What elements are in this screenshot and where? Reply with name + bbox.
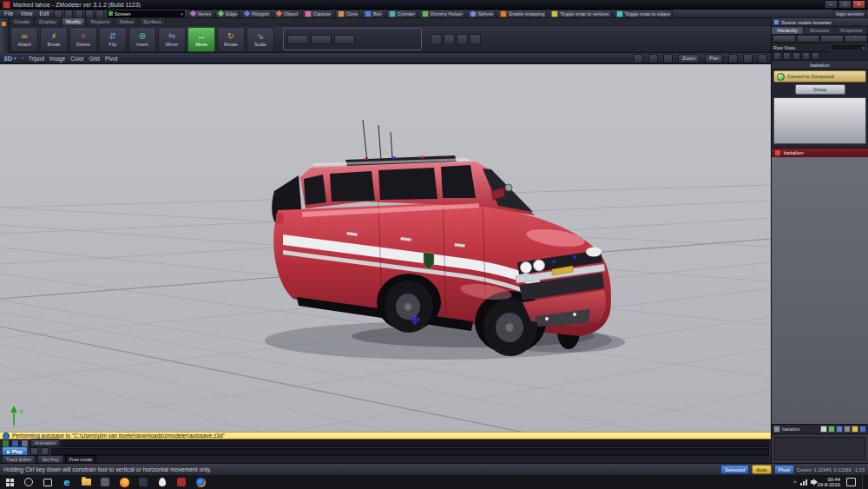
break-tool-button[interactable]: ⚡ Break xyxy=(40,27,68,52)
tab-regions[interactable]: Regions xyxy=(86,17,114,25)
layer-toggle-icon[interactable] xyxy=(836,426,843,433)
primitive-sphere-button[interactable]: Sphere xyxy=(467,10,496,18)
maximize-button[interactable]: □ xyxy=(838,0,852,9)
taskbar-app-dark[interactable] xyxy=(134,475,153,489)
filter-button[interactable] xyxy=(797,35,820,43)
layer-toggle-icon[interactable] xyxy=(844,426,851,433)
maximize-view-icon[interactable] xyxy=(743,54,753,63)
raw-state-dropdown[interactable]: ▾ xyxy=(830,43,866,51)
auto-mode-button[interactable]: Auto xyxy=(752,465,771,474)
rotate-tool-button[interactable]: ↻ Rotate xyxy=(217,27,245,52)
normals-icon[interactable] xyxy=(470,34,481,45)
login-session-button[interactable]: login session xyxy=(833,10,866,18)
network-icon[interactable] xyxy=(800,479,807,486)
tab-surface[interactable]: Surface xyxy=(139,17,166,25)
texture-browser[interactable] xyxy=(772,433,868,463)
expand-all-icon[interactable] xyxy=(792,52,800,60)
tab-display[interactable]: Display xyxy=(35,17,61,25)
taskbar-app-red[interactable] xyxy=(172,475,191,489)
primitive-dummy-helper-button[interactable]: Dummy Helper xyxy=(419,10,465,18)
camera-icon[interactable] xyxy=(728,54,738,63)
animation-tab[interactable]: Animation xyxy=(30,439,60,447)
action-center-icon[interactable] xyxy=(846,478,856,486)
primitive-box-button[interactable]: Box xyxy=(362,10,384,18)
minimize-button[interactable]: – xyxy=(825,0,838,9)
hierarchy-node-battalion[interactable]: battalion xyxy=(772,149,868,157)
volume-icon[interactable] xyxy=(811,480,814,484)
pan-button[interactable]: Pan xyxy=(705,54,723,63)
weld-icon[interactable] xyxy=(444,34,455,45)
tab-modify[interactable]: Modify xyxy=(62,17,86,25)
primitive-cone-button[interactable]: Cone xyxy=(335,10,360,18)
tab-properties[interactable]: Properties xyxy=(836,27,868,34)
scale-tool-button[interactable]: ⇘ Scale xyxy=(247,27,274,52)
wireframe-view-icon[interactable] xyxy=(634,54,643,63)
search-button[interactable] xyxy=(19,475,38,489)
mirror-tool-button[interactable]: ⇋ Mirror xyxy=(158,27,186,52)
menu-file[interactable]: File xyxy=(2,10,16,17)
tool-option-field[interactable] xyxy=(334,35,355,44)
close-button[interactable]: × xyxy=(852,0,865,9)
tool-option-field[interactable] xyxy=(311,35,332,44)
extrude-icon[interactable] xyxy=(431,34,442,45)
primitive-capsule-button[interactable]: Capsule xyxy=(302,10,333,18)
viewport-menu-image[interactable]: Image xyxy=(49,56,65,62)
taskbar-app-firefox-beta[interactable] xyxy=(191,475,210,489)
attach-tool-button[interactable]: ∞ Attach xyxy=(10,27,38,52)
pivot-mode-button[interactable]: Pivot xyxy=(774,465,794,474)
show-desktop-button[interactable] xyxy=(862,475,866,489)
layer-toggle-icon[interactable] xyxy=(828,426,835,433)
add-node-icon[interactable] xyxy=(773,52,781,60)
viewport-settings-icon[interactable] xyxy=(758,54,767,63)
delete-node-icon[interactable] xyxy=(783,52,791,60)
frames-strip[interactable] xyxy=(51,448,769,455)
selected-mode-button[interactable]: Selected xyxy=(720,465,749,474)
move-tool-button[interactable]: ↔ Move xyxy=(187,27,215,52)
shaded-view-icon[interactable] xyxy=(648,54,658,63)
filter-button[interactable] xyxy=(820,35,844,43)
insert-tool-button[interactable]: ⊕ Insert xyxy=(128,27,156,52)
enable-snapping-toggle[interactable]: Enable snapping xyxy=(497,10,547,18)
hierarchy-list[interactable]: battalion xyxy=(772,148,868,424)
delete-tool-button[interactable]: × Delete xyxy=(69,27,97,52)
layer-toggle-icon[interactable] xyxy=(859,426,866,433)
mode-polygon-button[interactable]: Polygon xyxy=(241,10,272,18)
menu-view[interactable]: View xyxy=(17,10,35,17)
collapse-all-icon[interactable] xyxy=(802,52,810,60)
detach-icon[interactable] xyxy=(457,34,468,45)
taskbar-app-explorer[interactable] xyxy=(76,475,95,489)
filter-button[interactable] xyxy=(773,35,796,43)
viewport-menu-tripod[interactable]: Tripod xyxy=(29,56,44,62)
viewport-menu-color[interactable]: Color xyxy=(70,56,84,62)
flip-tool-button[interactable]: ⇵ Flip xyxy=(99,27,127,52)
tab-select[interactable]: Select xyxy=(115,17,138,25)
convert-to-compound-button[interactable]: Convert to Compound xyxy=(773,70,866,83)
filter-button[interactable] xyxy=(845,35,868,43)
mode-object-button[interactable]: Object xyxy=(273,10,300,18)
viewport-menu-pivot[interactable]: Pivot xyxy=(105,56,117,62)
layer-toggle-icon[interactable] xyxy=(852,426,858,433)
textured-view-icon[interactable] xyxy=(663,54,673,63)
viewport-3d[interactable]: Y xyxy=(0,64,771,432)
menu-edit[interactable]: Edit xyxy=(36,10,51,17)
tab-create[interactable]: Create xyxy=(10,17,34,25)
timeline-strip[interactable] xyxy=(62,439,769,446)
tool-option-field[interactable] xyxy=(287,35,308,44)
primitive-cylinder-button[interactable]: Cylinder xyxy=(386,10,418,18)
stop-icon[interactable] xyxy=(30,447,38,455)
zoom-button[interactable]: Zoom xyxy=(678,54,700,63)
snap-to-edges-toggle[interactable]: Toggle snap to edges xyxy=(614,10,673,18)
taskbar-app-media[interactable] xyxy=(95,475,115,489)
mode-vertex-button[interactable]: Vertex xyxy=(187,10,214,18)
taskbar-app-alienware[interactable] xyxy=(153,475,172,489)
taskbar-app-edge[interactable]: e xyxy=(57,475,76,489)
layer-toggle-icon[interactable] xyxy=(820,426,827,433)
tab-hierarchy[interactable]: Hierarchy xyxy=(772,27,804,34)
mode-edge-button[interactable]: Edge xyxy=(215,10,240,18)
group-button[interactable]: Group xyxy=(795,84,845,95)
start-button[interactable] xyxy=(0,475,19,489)
viewport-canvas[interactable]: Y xyxy=(0,64,771,432)
task-view-button[interactable] xyxy=(38,475,57,489)
chevron-up-icon[interactable]: ^ xyxy=(793,479,796,486)
viewport-menu-grid[interactable]: Grid xyxy=(89,56,100,62)
